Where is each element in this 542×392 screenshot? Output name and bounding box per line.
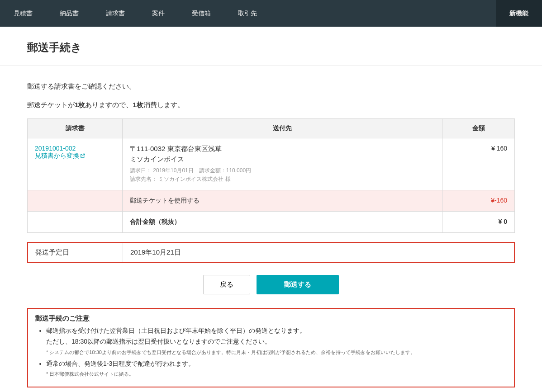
external-link-icon	[80, 152, 85, 157]
notice-item-2a: 通常の場合、発送後1-3日程度で配達が行われます。	[46, 360, 195, 367]
convert-from-quote-link[interactable]: 見積書から変換	[35, 152, 115, 160]
notice-box: 郵送手続のご注意 郵送指示を受け付けた翌営業日（土日祝日および年末年始を除く平日…	[27, 308, 515, 387]
ticket-consume: 1枚	[133, 101, 143, 109]
ticket-mid: ありますので、	[85, 101, 133, 109]
nav-item-delivery[interactable]: 納品書	[46, 0, 92, 27]
ship-date-row: 発送予定日 2019年10月21日	[27, 242, 515, 263]
destination-recipient: ミソカインボイス	[130, 155, 435, 164]
cell-destination: 〒111-0032 東京都台東区浅草 ミソカインボイス 請求日： 2019年10…	[123, 138, 442, 190]
total-label: 合計金額（税抜）	[123, 212, 442, 233]
nav-item-quote[interactable]: 見積書	[0, 0, 46, 27]
total-row: 合計金額（税抜） ¥ 0	[28, 212, 515, 233]
ticket-row: 郵送チケットを使用する ¥-160	[28, 190, 515, 212]
ticket-row-amount: ¥-160	[442, 190, 515, 212]
convert-label: 見積書から変換	[35, 152, 79, 159]
top-nav: 見積書 納品書 請求書 案件 受信箱 取引先 新機能	[0, 0, 542, 27]
nav-item-invoice[interactable]: 請求書	[92, 0, 138, 27]
ship-date-value: 2019年10月21日	[123, 243, 514, 262]
cell-invoice: 20191001-002 見積書から変換	[28, 138, 123, 190]
destination-meta2: 請求先名： ミソカインボイス株式会社 様	[130, 175, 435, 184]
notice-note-1: * システムの都合で18:30より前のお手続きでも翌日受付となる場合があります。…	[46, 348, 507, 357]
table-row: 20191001-002 見積書から変換 〒111-0032 東京都台東区浅草 …	[28, 138, 515, 190]
total-amount: ¥ 0	[442, 212, 515, 233]
nav-item-new-feature[interactable]: 新機能	[496, 0, 542, 27]
nav-item-project[interactable]: 案件	[138, 0, 178, 27]
destination-address: 〒111-0032 東京都台東区浅草	[130, 145, 435, 153]
actions: 戻る 郵送する	[27, 275, 515, 294]
th-invoice: 請求書	[28, 119, 123, 138]
ticket-suffix: 消費します。	[143, 101, 184, 109]
nav-item-client[interactable]: 取引先	[224, 0, 271, 27]
ticket-prefix: 郵送チケットが	[27, 101, 75, 109]
destination-meta1: 請求日： 2019年10月01日 請求金額：110,000円	[130, 166, 435, 175]
page-content: 郵送する請求書をご確認ください。 郵送チケットが1枚ありますので、1枚消費します…	[0, 66, 542, 392]
notice-title: 郵送手続のご注意	[35, 314, 507, 323]
notice-item-1b: ただし、18:30以降の郵送指示は翌日受付扱いとなりますのでご注意ください。	[46, 338, 271, 345]
notice-item-2: 通常の場合、発送後1-3日程度で配達が行われます。 * 日本郵便株式会社公式サイ…	[46, 359, 507, 378]
ticket-line: 郵送チケットが1枚ありますので、1枚消費します。	[27, 101, 515, 109]
ticket-count: 1枚	[75, 101, 85, 109]
notice-item-1: 郵送指示を受け付けた翌営業日（土日祝日および年末年始を除く平日）の発送となります…	[46, 326, 507, 356]
page: 郵送手続き 郵送する請求書をご確認ください。 郵送チケットが1枚ありますので、1…	[0, 27, 542, 392]
th-amount: 金額	[442, 119, 515, 138]
submit-button[interactable]: 郵送する	[257, 275, 339, 294]
summary-table: 請求書 送付先 金額 20191001-002 見積書から変換 〒111-003…	[27, 118, 515, 233]
ticket-row-label: 郵送チケットを使用する	[123, 190, 442, 212]
page-header: 郵送手続き	[0, 27, 542, 66]
confirm-text: 郵送する請求書をご確認ください。	[27, 82, 515, 91]
ticket-row-empty	[28, 190, 123, 212]
ship-date-label: 発送予定日	[28, 243, 123, 262]
back-button[interactable]: 戻る	[203, 275, 250, 294]
total-row-empty	[28, 212, 123, 233]
nav-item-inbox[interactable]: 受信箱	[178, 0, 224, 27]
notice-item-1a: 郵送指示を受け付けた翌営業日（土日祝日および年末年始を除く平日）の発送となります…	[46, 327, 306, 334]
invoice-number-link[interactable]: 20191001-002	[35, 145, 115, 152]
notice-note-2: * 日本郵便株式会社公式サイトに拠る。	[46, 370, 507, 378]
page-title: 郵送手続き	[27, 40, 515, 55]
cell-amount: ¥ 160	[442, 138, 515, 190]
th-destination: 送付先	[123, 119, 442, 138]
